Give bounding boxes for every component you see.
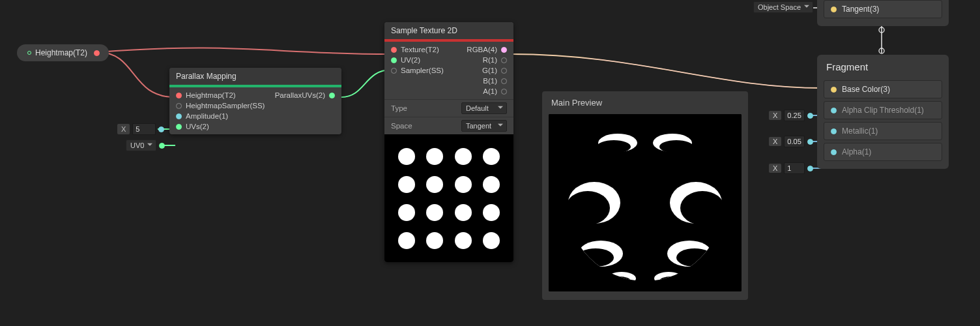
parallax-mapping-node[interactable]: Parallax Mapping Heightmap(T2) ParallaxU… [169, 68, 341, 134]
metallic-float-port[interactable] [807, 139, 813, 145]
uv-channel-selector: UV0 [126, 140, 165, 151]
sample-a-port[interactable] [501, 89, 507, 95]
sample-g-label: G(1) [482, 67, 497, 74]
uv-dropdown[interactable]: UV0 [126, 140, 156, 151]
parallax-uvs-output-port[interactable] [329, 93, 335, 98]
object-space-value: Object Space [758, 3, 801, 11]
parallax-uvs-input-label: UVs(2) [186, 123, 209, 130]
alpha-clip-input[interactable] [784, 110, 805, 121]
base-color-label: Base Color(3) [842, 85, 890, 94]
sample-uv-label: UV(2) [401, 56, 420, 64]
sample-sampler-port[interactable] [391, 68, 397, 74]
sample-texture-port[interactable] [391, 47, 397, 53]
preview-dot [398, 232, 415, 249]
alpha-float-port[interactable] [807, 166, 813, 171]
main-preview-panel[interactable]: Main Preview [542, 91, 748, 300]
parallax-amplitude-label: Amplitude(1) [186, 112, 228, 120]
preview-dot [426, 232, 443, 249]
parallax-uvs-output-label: ParallaxUVs(2) [275, 91, 325, 99]
fragment-alpha-row[interactable]: Alpha(1) [824, 143, 942, 161]
sample-rgba-port[interactable] [501, 47, 507, 53]
preview-dot [426, 204, 443, 221]
sample-r-label: R(1) [483, 56, 497, 64]
preview-dot [455, 148, 472, 165]
sample-b-port[interactable] [501, 78, 507, 84]
fragment-block[interactable]: Fragment Base Color(3) Alpha Clip Thresh… [817, 55, 949, 169]
metallic-float: X [769, 136, 813, 147]
sample-texture-2d-node[interactable]: Sample Texture 2D Texture(T2) RGBA(4) UV… [384, 22, 513, 262]
preview-dot [426, 176, 443, 193]
parallax-sampler-port[interactable] [176, 103, 182, 109]
uv-dropdown-value: UV0 [130, 141, 144, 149]
preview-dot [398, 176, 415, 193]
alpha-x-label: X [769, 164, 781, 173]
parallax-heightmap-label: Heightmap(T2) [186, 91, 236, 99]
amplitude-float-input[interactable] [132, 123, 156, 135]
object-space-dropdown[interactable]: Object Space [753, 1, 813, 13]
parallax-heightmap-port[interactable] [176, 93, 182, 98]
svg-point-15 [566, 191, 610, 225]
sample-space-value: Tangent [466, 122, 491, 130]
sample-type-label: Type [391, 104, 407, 112]
preview-dot [455, 176, 472, 193]
fragment-metallic-row[interactable]: Metallic(1) [824, 122, 942, 140]
tangent-label: Tangent(3) [842, 5, 879, 14]
sample-uv-port[interactable] [391, 57, 397, 63]
preview-dot [426, 148, 443, 165]
sample-type-dropdown[interactable]: Default [461, 102, 507, 114]
uv-dropdown-out-port[interactable] [159, 143, 165, 149]
sample-rgba-label: RGBA(4) [467, 46, 497, 53]
sample-r-port[interactable] [501, 57, 507, 63]
preview-dot [398, 148, 415, 165]
parallax-sampler-label: HeightmapSampler(SS) [186, 102, 265, 110]
amplitude-float-label: X [117, 124, 130, 134]
fragment-base-color-row[interactable]: Base Color(3) [824, 80, 942, 98]
amplitude-float-field: X [117, 123, 164, 135]
preview-dot [483, 204, 500, 221]
sample-b-label: B(1) [483, 77, 497, 85]
preview-dot [455, 232, 472, 249]
sample-a-label: A(1) [483, 87, 497, 95]
heightmap-output-port[interactable] [94, 50, 100, 56]
base-color-port[interactable] [831, 87, 837, 93]
svg-point-16 [680, 191, 725, 225]
heightmap-property-pill[interactable]: Heightmap(T2) [17, 44, 109, 61]
svg-point-14 [659, 140, 693, 153]
sample-space-label: Space [391, 122, 412, 130]
fragment-title: Fragment [817, 55, 949, 78]
metallic-label: Metallic(1) [842, 126, 878, 136]
amplitude-float-out-port[interactable] [158, 126, 164, 132]
metallic-input[interactable] [784, 136, 805, 147]
sample-g-port[interactable] [501, 68, 507, 74]
tangent-port[interactable] [831, 7, 837, 12]
preview-dot [483, 232, 500, 249]
main-preview-canvas [549, 114, 742, 291]
metallic-x-label: X [769, 137, 781, 146]
svg-point-1 [879, 48, 884, 53]
preview-dot [398, 204, 415, 221]
main-preview-title: Main Preview [542, 91, 748, 114]
sample-texture-preview [384, 134, 513, 262]
alpha-clip-x-label: X [769, 111, 781, 120]
sample-space-dropdown[interactable]: Tangent [461, 120, 507, 132]
metallic-port[interactable] [831, 128, 837, 134]
sample-texture-label: Texture(T2) [401, 46, 439, 53]
parallax-uvs-input-port[interactable] [176, 124, 182, 130]
alpha-clip-port[interactable] [831, 108, 837, 113]
vertex-block-partial[interactable]: Tangent(3) [817, 0, 949, 26]
pill-indicator-dot [27, 51, 31, 55]
parallax-amplitude-port[interactable] [176, 113, 182, 119]
sample-type-value: Default [466, 104, 489, 112]
sample-node-title: Sample Texture 2D [384, 22, 513, 39]
object-space-dropdown-row: Object Space [753, 1, 824, 13]
alpha-clip-float-port[interactable] [807, 113, 813, 119]
alpha-label: Alpha(1) [842, 147, 871, 156]
parallax-node-title: Parallax Mapping [169, 68, 341, 85]
svg-point-0 [879, 27, 884, 33]
alpha-clip-float: X [769, 110, 813, 121]
alpha-port[interactable] [831, 149, 837, 155]
preview-dot [455, 204, 472, 221]
fragment-alpha-clip-row[interactable]: Alpha Clip Threshold(1) [824, 101, 942, 119]
alpha-float: X [769, 162, 813, 174]
alpha-input[interactable] [784, 162, 805, 174]
